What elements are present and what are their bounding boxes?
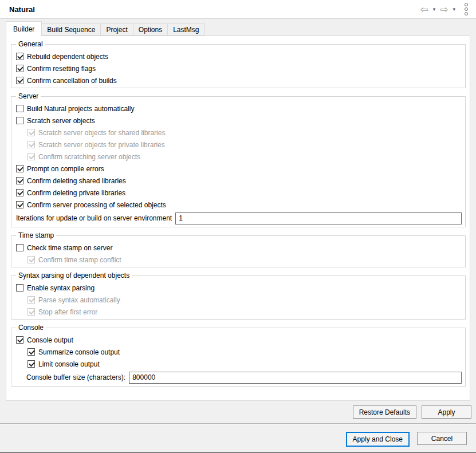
checkbox-label: Console output <box>27 336 73 344</box>
checkbox-icon <box>27 153 35 160</box>
checkbox-icon[interactable] <box>27 348 35 356</box>
checkbox-icon[interactable] <box>16 105 23 112</box>
page-header: Natural ⇦ ▾ ⇨ ▾ <box>0 0 476 19</box>
checkbox-icon[interactable] <box>27 360 35 368</box>
console-buffer-size-characters-input[interactable] <box>129 372 462 384</box>
checkbox-icon <box>27 296 35 304</box>
checkbox-scratch-server-objects[interactable]: Scratch server objects <box>11 115 465 127</box>
checkbox-parse-syntax-automatically: Parse syntax automatically <box>11 294 465 306</box>
checkbox-label: Limit console output <box>38 360 100 368</box>
checkbox-label: Summarize console output <box>38 348 120 356</box>
nav-controls: ⇦ ▾ ⇨ ▾ <box>420 2 469 17</box>
checkbox-icon[interactable] <box>16 244 23 251</box>
checkbox-icon <box>27 308 35 316</box>
page-button-bar: Restore Defaults Apply <box>0 401 476 419</box>
group-console: ConsoleConsole outputSummarize console o… <box>11 328 466 387</box>
field-row-console-buffer-size-characters: Console buffer size (characters): <box>11 370 465 385</box>
checkbox-label: Prompt on compile errors <box>27 165 104 173</box>
checkbox-label: Scratch server objects for private libra… <box>38 141 165 149</box>
checkbox-label: Check time stamp on server <box>27 244 112 252</box>
checkbox-label: Confirm deleting shared libraries <box>27 177 126 185</box>
field-row-iterations-for-update-or-build-on-server-environment: Iterations for update or build on server… <box>11 211 465 226</box>
checkbox-label: Confirm time stamp conflict <box>38 256 121 264</box>
checkbox-label: Rebuild dependent objects <box>27 53 108 61</box>
checkbox-icon[interactable] <box>16 189 23 196</box>
checkbox-console-output[interactable]: Console output <box>11 334 465 346</box>
preferences-window: Natural ⇦ ▾ ⇨ ▾ BuilderBuild SequencePro… <box>0 0 476 453</box>
restore-defaults-button[interactable]: Restore Defaults <box>353 405 416 419</box>
group-title: General <box>16 40 45 48</box>
checkbox-enable-syntax-parsing[interactable]: Enable syntax parsing <box>11 282 465 294</box>
checkbox-icon[interactable] <box>16 77 23 84</box>
tab-options[interactable]: Options <box>133 23 168 36</box>
group-title: Console <box>16 324 46 332</box>
checkbox-scratch-server-objects-for-shared-libraries: Scratch server objects for shared librar… <box>11 127 465 139</box>
checkbox-icon[interactable] <box>16 165 23 172</box>
tab-builder[interactable]: Builder <box>6 21 42 36</box>
checkbox-confirm-cancellation-of-builds[interactable]: Confirm cancellation of builds <box>11 74 465 86</box>
group-title: Server <box>16 92 41 100</box>
checkbox-icon <box>27 129 35 136</box>
page-title: Natural <box>9 5 35 14</box>
checkbox-confirm-resetting-flags[interactable]: Confirm resetting flags <box>11 62 465 74</box>
back-icon[interactable]: ⇦ <box>420 5 428 14</box>
forward-icon[interactable]: ⇨ <box>440 5 448 14</box>
group-syntax-parsing-of-dependent-objects: Syntax parsing of dependent objectsEnabl… <box>11 275 466 320</box>
checkbox-check-time-stamp-on-server[interactable]: Check time stamp on server <box>11 242 465 254</box>
checkbox-icon <box>27 256 35 263</box>
group-title: Syntax parsing of dependent objects <box>16 271 132 279</box>
checkbox-confirm-server-processing-of-selected-objects[interactable]: Confirm server processing of selected ob… <box>11 199 465 211</box>
back-dropdown-icon[interactable]: ▾ <box>433 6 436 12</box>
checkbox-label: Confirm cancellation of builds <box>27 77 117 85</box>
iterations-for-update-or-build-on-server-environment-input[interactable] <box>175 212 462 224</box>
checkbox-confirm-time-stamp-conflict: Confirm time stamp conflict <box>11 254 465 266</box>
apply-and-close-button[interactable]: Apply and Close <box>346 432 410 447</box>
group-title: Time stamp <box>16 231 56 239</box>
checkbox-icon[interactable] <box>16 53 23 60</box>
checkbox-confirm-scratching-server-objects: Confirm scratching server objects <box>11 151 465 163</box>
tab-lastmsg[interactable]: LastMsg <box>168 23 204 36</box>
field-label: Iterations for update or build on server… <box>16 214 172 222</box>
checkbox-limit-console-output[interactable]: Limit console output <box>11 358 465 370</box>
checkbox-label: Build Natural projects automatically <box>27 105 134 113</box>
field-label: Console buffer size (characters): <box>26 373 125 381</box>
checkbox-stop-after-first-error: Stop after first error <box>11 306 465 318</box>
checkbox-icon[interactable] <box>16 201 23 208</box>
checkbox-label: Confirm deleting private libraries <box>27 189 125 197</box>
checkbox-icon[interactable] <box>16 284 23 292</box>
checkbox-label: Scratch server objects <box>27 117 95 125</box>
tab-bar: BuilderBuild SequenceProjectOptionsLastM… <box>0 19 476 36</box>
checkbox-label: Scratch server objects for shared librar… <box>38 129 165 137</box>
checkbox-label: Confirm server processing of selected ob… <box>27 201 166 209</box>
checkbox-build-natural-projects-automatically[interactable]: Build Natural projects automatically <box>11 103 465 115</box>
checkbox-rebuild-dependent-objects[interactable]: Rebuild dependent objects <box>11 50 465 62</box>
checkbox-confirm-deleting-private-libraries[interactable]: Confirm deleting private libraries <box>11 187 465 199</box>
checkbox-scratch-server-objects-for-private-libraries: Scratch server objects for private libra… <box>11 139 465 151</box>
checkbox-summarize-console-output[interactable]: Summarize console output <box>11 346 465 358</box>
group-server: ServerBuild Natural projects automatical… <box>11 96 466 227</box>
checkbox-icon[interactable] <box>16 336 23 344</box>
builder-tab-panel: GeneralRebuild dependent objectsConfirm … <box>6 36 470 401</box>
checkbox-label: Confirm scratching server objects <box>38 153 140 161</box>
checkbox-prompt-on-compile-errors[interactable]: Prompt on compile errors <box>11 163 465 175</box>
tab-project[interactable]: Project <box>101 23 133 36</box>
forward-dropdown-icon[interactable]: ▾ <box>453 6 455 12</box>
view-menu-icon[interactable] <box>463 2 469 17</box>
checkbox-icon[interactable] <box>16 65 23 72</box>
cancel-button[interactable]: Cancel <box>417 432 467 445</box>
checkbox-label: Enable syntax parsing <box>27 284 95 292</box>
checkbox-label: Stop after first error <box>38 308 97 316</box>
checkbox-icon[interactable] <box>16 177 23 184</box>
apply-button[interactable]: Apply <box>422 405 471 419</box>
checkbox-icon[interactable] <box>16 117 23 124</box>
group-time-stamp: Time stampCheck time stamp on serverConf… <box>11 235 466 267</box>
dialog-button-bar: Apply and Close Cancel <box>0 424 476 447</box>
checkbox-label: Parse syntax automatically <box>38 296 120 304</box>
checkbox-icon <box>27 141 35 148</box>
group-general: GeneralRebuild dependent objectsConfirm … <box>11 44 466 88</box>
checkbox-label: Confirm resetting flags <box>27 65 96 73</box>
checkbox-confirm-deleting-shared-libraries[interactable]: Confirm deleting shared libraries <box>11 175 465 187</box>
tab-build-sequence[interactable]: Build Sequence <box>42 23 101 36</box>
